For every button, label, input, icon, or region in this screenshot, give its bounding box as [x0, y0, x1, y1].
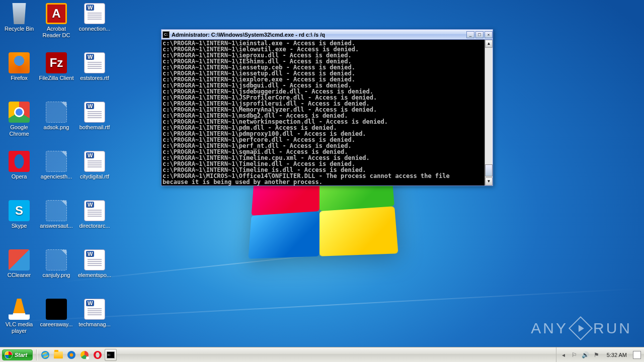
opera-icon [94, 351, 102, 359]
desktop-icon-ccleaner[interactable]: CCleaner [1, 249, 37, 279]
maximize-button[interactable]: □ [475, 31, 484, 38]
desktop-icon-label: FileZilla Client [38, 75, 74, 81]
cmd-title-text: Administrator: C:\Windows\System32\cmd.e… [172, 32, 325, 38]
desktop-icon-techmanag[interactable]: techmanag... [76, 299, 113, 328]
taskbar[interactable]: Start c: ◂ ⚐ 🔊 ⚑ 5:32 AM [0, 347, 644, 362]
desktop-icon-label: adsok.png [38, 124, 74, 131]
taskbar-explorer[interactable] [52, 349, 64, 361]
desktop-icon-label: elementspo... [76, 272, 113, 279]
desktop-icon-label: CCleaner [1, 272, 37, 279]
desktop-icon-acrobat[interactable]: AAcrobat Reader DC [38, 3, 74, 39]
techmanag-icon [84, 299, 105, 320]
answersaut-icon [46, 200, 67, 221]
tray-network-icon[interactable]: ⚑ [593, 351, 601, 359]
desktop-icon-eststores[interactable]: eststores.rtf [76, 52, 113, 81]
directorarc-icon [84, 200, 105, 221]
desktop-icon-label: Firefox [1, 75, 37, 81]
desktop-icon-label: Recycle Bin [1, 26, 37, 32]
scroll-down-button[interactable]: ▼ [485, 177, 493, 186]
taskbar-ie[interactable] [39, 349, 51, 361]
minimize-button[interactable]: _ [466, 31, 474, 38]
connection-icon [84, 3, 105, 24]
desktop-icon-chrome[interactable]: Google Chrome [1, 102, 37, 137]
filezilla-icon: Fz [46, 52, 67, 73]
desktop-icon-connection[interactable]: connection... [76, 3, 113, 32]
desktop-icon-recycle-bin[interactable]: Recycle Bin [1, 3, 37, 32]
citydigital-icon [84, 151, 105, 172]
desktop-icon-skype[interactable]: SSkype [1, 200, 37, 229]
skype-icon: S [9, 200, 30, 221]
desktop-icon-label: VLC media player [1, 321, 37, 334]
desktop-icon-canjuly[interactable]: canjuly.png [38, 249, 74, 279]
cmd-window[interactable]: C: Administrator: C:\Windows\System32\cm… [161, 29, 493, 186]
desktop-icon-bothemail[interactable]: bothemail.rtf [76, 102, 113, 131]
show-desktop-button[interactable] [633, 351, 641, 359]
system-tray[interactable]: ◂ ⚐ 🔊 ⚑ 5:32 AM [556, 347, 644, 362]
desktop-icon-elementspo[interactable]: elementspo... [76, 249, 113, 279]
desktop-icon-label: directorarc... [76, 223, 113, 229]
vlc-icon [9, 299, 30, 320]
desktop-icon-label: bothemail.rtf [76, 124, 113, 131]
cmd-output: c:\PROGRA~1\INTERN~1\ieinstal.exe - Acce… [162, 40, 485, 186]
desktop-icon-label: Acrobat Reader DC [38, 26, 74, 39]
tray-expand-icon[interactable]: ◂ [559, 351, 568, 359]
careeraway-icon [46, 299, 67, 320]
cmd-icon: c: [107, 351, 115, 358]
desktop-icon-label: eststores.rtf [76, 75, 113, 81]
recycle-bin-icon [9, 3, 30, 24]
desktop-icon-label: Opera [1, 173, 37, 180]
taskbar-chrome[interactable] [78, 349, 91, 361]
cmd-scrollbar[interactable]: ▲ ▼ [485, 40, 493, 186]
desktop-icon-filezilla[interactable]: FzFileZilla Client [38, 52, 74, 81]
desktop-icon-careeraway[interactable]: careeraway... [38, 299, 74, 328]
taskbar-clock[interactable]: 5:32 AM [604, 352, 630, 358]
tray-volume-icon[interactable]: 🔊 [582, 351, 590, 359]
desktop-icon-label: agenciesth... [38, 173, 74, 180]
desktop-icon-adsok[interactable]: adsok.png [38, 102, 74, 131]
wmp-icon [67, 351, 75, 359]
scroll-track[interactable] [485, 48, 493, 177]
desktop-icon-label: Google Chrome [1, 124, 37, 137]
desktop-icon-agenciesth[interactable]: agenciesth... [38, 151, 74, 180]
elementspo-icon [84, 249, 105, 270]
eststores-icon [84, 52, 105, 73]
desktop-icon-firefox[interactable]: Firefox [1, 52, 37, 81]
adsok-icon [46, 102, 67, 123]
tray-action-center-icon[interactable]: ⚐ [571, 351, 579, 359]
folder-icon [54, 351, 63, 358]
scroll-thumb[interactable] [485, 164, 493, 176]
chrome-icon [80, 351, 89, 359]
agenciesth-icon [46, 151, 67, 172]
desktop-icon-answersaut[interactable]: answersaut... [38, 200, 74, 229]
desktop-icon-label: connection... [76, 26, 113, 32]
bothemail-icon [84, 102, 105, 123]
desktop-icon-vlc[interactable]: VLC media player [1, 299, 37, 334]
taskbar-cmd[interactable]: c: [105, 349, 117, 361]
canjuly-icon [46, 249, 67, 270]
ccleaner-icon [9, 249, 30, 270]
start-label: Start [15, 352, 27, 358]
desktop-icon-citydigital[interactable]: citydigital.rtf [76, 151, 113, 180]
close-button[interactable]: × [485, 31, 493, 38]
firefox-icon [9, 52, 30, 73]
desktop-icon-label: techmanag... [76, 321, 113, 328]
ie-icon [41, 351, 49, 359]
desktop-icon-directorarc[interactable]: directorarc... [76, 200, 113, 229]
scroll-up-button[interactable]: ▲ [485, 40, 493, 48]
chrome-icon [9, 102, 30, 123]
taskbar-wmp[interactable] [65, 349, 77, 361]
start-button[interactable]: Start [2, 349, 33, 360]
desktop-icon-label: careeraway... [38, 321, 74, 328]
desktop-icon-label: canjuly.png [38, 272, 74, 279]
desktop-icon-opera[interactable]: Opera [1, 151, 37, 180]
desktop-icon-label: answersaut... [38, 223, 74, 229]
taskbar-opera[interactable] [92, 349, 104, 361]
opera-icon [9, 151, 30, 172]
cmd-titlebar[interactable]: C: Administrator: C:\Windows\System32\cm… [162, 30, 493, 40]
taskbar-separator [36, 349, 37, 360]
desktop-icon-label: Skype [1, 223, 37, 229]
acrobat-icon: A [46, 3, 67, 24]
cmd-title-icon: C: [163, 31, 170, 38]
desktop-icon-label: citydigital.rtf [76, 173, 113, 180]
windows-orb-icon [5, 351, 13, 359]
